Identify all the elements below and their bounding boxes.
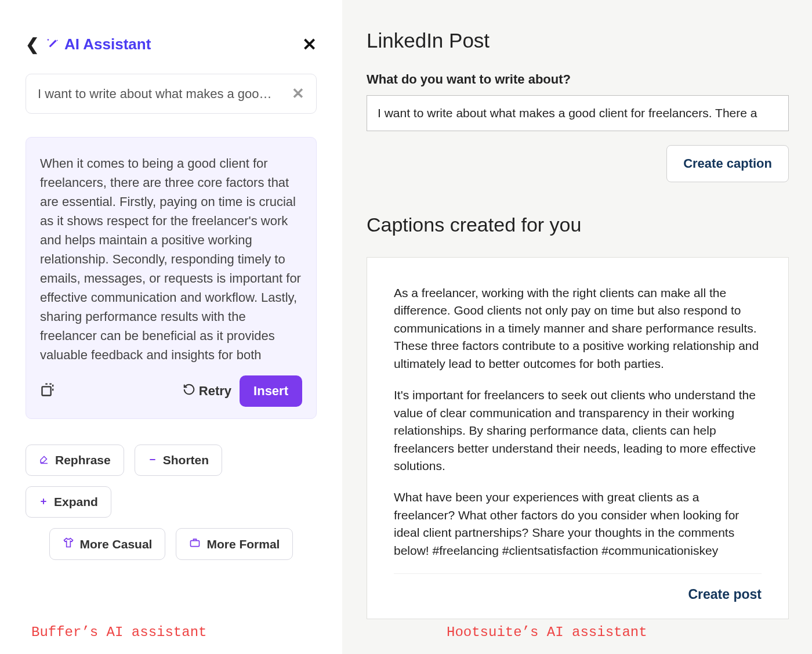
chip-label: More Casual <box>80 537 153 551</box>
buffer-annotation: Buffer’s AI assistant <box>31 624 206 640</box>
caption-paragraph: As a freelancer, working with the right … <box>394 284 762 373</box>
caption-paragraph: It's important for freelancers to seek o… <box>394 386 762 475</box>
create-caption-button[interactable]: Create caption <box>666 145 789 182</box>
topic-input[interactable] <box>367 95 789 131</box>
selection-icon[interactable] <box>40 381 56 402</box>
rephrase-chip[interactable]: Rephrase <box>26 445 124 476</box>
hootsuite-panel: LinkedIn Post What do you want to write … <box>342 0 812 654</box>
prompt-bar[interactable]: I want to write about what makes a goo… … <box>26 74 317 114</box>
hootsuite-annotation: Hootsuite’s AI assistant <box>447 624 647 640</box>
svg-rect-0 <box>42 386 51 395</box>
caption-paragraph: What have been your experiences with gre… <box>394 489 762 559</box>
insert-button[interactable]: Insert <box>240 375 302 407</box>
briefcase-icon <box>189 537 201 551</box>
retry-button[interactable]: Retry <box>183 383 231 399</box>
retry-label: Retry <box>199 384 231 399</box>
retry-icon <box>183 383 195 399</box>
back-icon[interactable]: ❮ <box>26 35 39 54</box>
clear-prompt-icon[interactable]: ✕ <box>285 85 304 103</box>
shorten-chip[interactable]: Shorten <box>135 445 222 476</box>
expand-chip[interactable]: Expand <box>26 486 111 518</box>
create-post-link[interactable]: Create post <box>688 587 762 602</box>
magic-wand-icon <box>45 35 60 54</box>
svg-rect-1 <box>191 541 200 547</box>
buffer-panel: ❮ AI Assistant ✕ I want to write about w… <box>0 0 342 654</box>
prompt-label: What do you want to write about? <box>367 72 789 87</box>
close-icon[interactable]: ✕ <box>302 36 317 53</box>
prompt-text: I want to write about what makes a goo… <box>38 86 285 102</box>
linkedin-post-title: LinkedIn Post <box>367 0 789 52</box>
edit-line-icon <box>39 454 49 467</box>
chip-label: Rephrase <box>55 453 111 467</box>
more-formal-chip[interactable]: More Formal <box>176 528 293 560</box>
ai-result-text: When it comes to being a good client for… <box>40 154 302 363</box>
plus-icon <box>39 496 48 509</box>
chip-label: Expand <box>54 495 98 509</box>
chip-label: More Formal <box>206 537 280 551</box>
ai-result-card: When it comes to being a good client for… <box>26 137 317 419</box>
captions-heading: Captions created for you <box>367 214 789 236</box>
caption-card: As a freelancer, working with the right … <box>367 257 789 619</box>
chip-label: Shorten <box>163 453 209 467</box>
minus-icon <box>148 454 157 467</box>
ai-assistant-title: AI Assistant <box>64 35 302 53</box>
shirt-icon <box>63 537 74 551</box>
more-casual-chip[interactable]: More Casual <box>49 528 166 560</box>
